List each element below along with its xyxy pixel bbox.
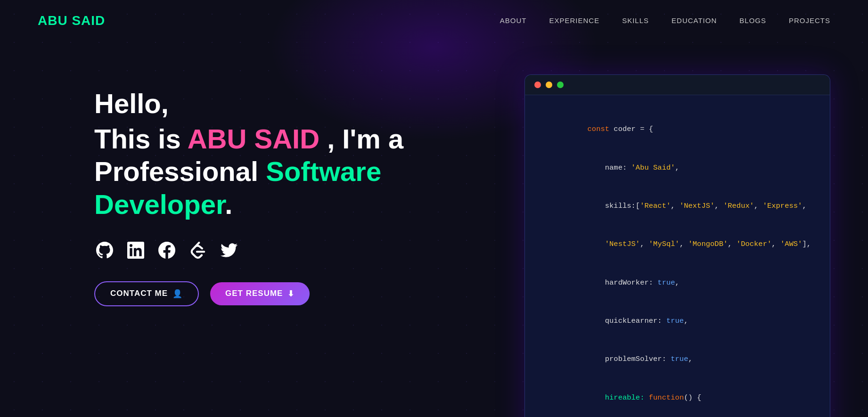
hero-name: ABU SAID bbox=[188, 123, 319, 154]
code-line-4: 'NestJS', 'MySql', 'MongoDB', 'Docker', … bbox=[544, 225, 811, 263]
nav-education[interactable]: EDUCATION bbox=[671, 16, 717, 25]
code-titlebar bbox=[525, 75, 830, 95]
hero-intro: This is ABU SAID , I'm a bbox=[94, 123, 415, 155]
code-window: const coder = { name: 'Abu Said', skills… bbox=[524, 74, 830, 417]
hero-greeting: Hello, bbox=[94, 89, 415, 119]
code-line-5: hardWorker: true, bbox=[544, 264, 811, 302]
download-icon: ⬇ bbox=[287, 289, 295, 299]
code-line-6: quickLearner: true, bbox=[544, 302, 811, 340]
role-period: . bbox=[225, 189, 232, 220]
window-dot-green bbox=[557, 82, 564, 88]
get-resume-button[interactable]: GET RESUME ⬇ bbox=[210, 282, 310, 305]
code-line-8: hireable: function() { bbox=[544, 379, 811, 417]
leetcode-icon[interactable] bbox=[188, 240, 208, 261]
code-panel: const coder = { name: 'Abu Said', skills… bbox=[524, 74, 830, 417]
twitter-icon[interactable] bbox=[219, 240, 239, 261]
hero-section: Hello, This is ABU SAID , I'm a Professi… bbox=[0, 41, 868, 417]
resume-label: GET RESUME bbox=[225, 289, 283, 298]
github-icon[interactable] bbox=[94, 240, 115, 261]
code-line-2: name: 'Abu Said', bbox=[544, 148, 811, 187]
intro-prefix: This is bbox=[94, 123, 188, 154]
nav-projects[interactable]: PROJECTS bbox=[789, 16, 830, 25]
social-icons bbox=[94, 240, 415, 261]
hero-role: Professional Software bbox=[94, 155, 415, 188]
action-buttons: CONTACT ME 👤 GET RESUME ⬇ bbox=[94, 281, 415, 306]
site-logo[interactable]: ABU SAID bbox=[38, 13, 105, 28]
contact-me-button[interactable]: CONTACT ME 👤 bbox=[94, 281, 199, 306]
intro-suffix: , I'm a bbox=[319, 123, 403, 154]
nav-about[interactable]: ABOUT bbox=[500, 16, 527, 25]
contact-label: CONTACT ME bbox=[110, 289, 168, 298]
hero-role2: Developer. bbox=[94, 188, 415, 221]
nav-blogs[interactable]: BLOGS bbox=[739, 16, 766, 25]
role-developer: Developer bbox=[94, 189, 225, 220]
code-line-1: const coder = { bbox=[544, 110, 811, 148]
role-prefix: Professional bbox=[94, 156, 266, 187]
window-dot-yellow bbox=[546, 82, 552, 88]
navbar: ABU SAID ABOUT EXPERIENCE SKILLS EDUCATI… bbox=[0, 0, 868, 41]
nav-links: ABOUT EXPERIENCE SKILLS EDUCATION BLOGS … bbox=[500, 16, 830, 25]
code-body: const coder = { name: 'Abu Said', skills… bbox=[525, 95, 830, 417]
window-dot-red bbox=[534, 82, 541, 88]
hero-content: Hello, This is ABU SAID , I'm a Professi… bbox=[94, 70, 415, 306]
contact-icon: 👤 bbox=[172, 289, 183, 299]
code-line-3: skills:['React', 'NextJS', 'Redux', 'Exp… bbox=[544, 187, 811, 225]
code-line-7: problemSolver: true, bbox=[544, 340, 811, 378]
role-software: Software bbox=[266, 156, 381, 187]
facebook-icon[interactable] bbox=[156, 240, 177, 261]
nav-skills[interactable]: SKILLS bbox=[622, 16, 649, 25]
linkedin-icon[interactable] bbox=[125, 240, 146, 261]
nav-experience[interactable]: EXPERIENCE bbox=[549, 16, 599, 25]
